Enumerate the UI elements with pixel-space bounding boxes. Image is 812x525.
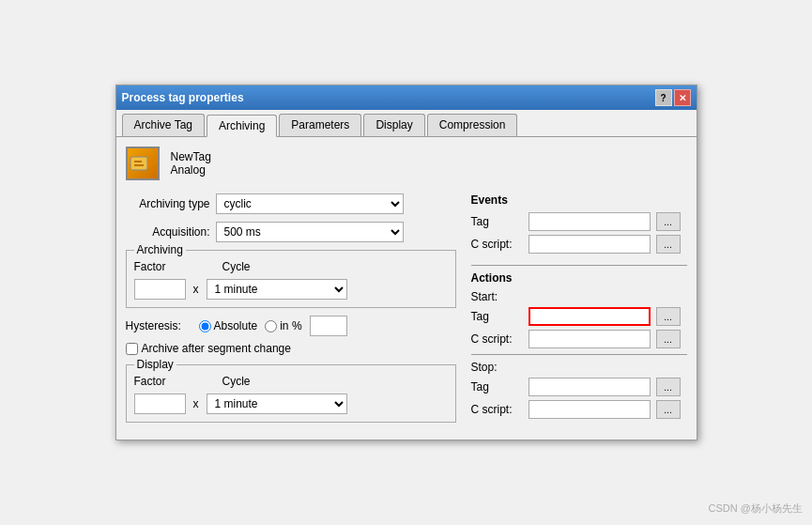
actions-start-tag-label: Tag bbox=[471, 310, 523, 323]
hysteresis-radio-group: Absolute in % 0 bbox=[199, 316, 347, 336]
tab-archive-tag[interactable]: Archive Tag bbox=[122, 114, 205, 136]
actions-start-tag-browse-btn[interactable]: ... bbox=[656, 307, 681, 326]
events-tag-input[interactable] bbox=[529, 212, 651, 231]
actions-stop-label: Stop: bbox=[471, 361, 687, 374]
events-section: Events Tag ... C script: ... bbox=[471, 193, 687, 254]
display-group-inner: Factor Cycle 1 x 1 second10 seconds30 se… bbox=[134, 375, 448, 414]
hysteresis-absolute-label: Absolute bbox=[214, 319, 258, 332]
svg-rect-1 bbox=[134, 161, 142, 162]
tag-info: NewTag Analog bbox=[171, 150, 211, 177]
main-content: Archiving type cyclicon changeon demand … bbox=[126, 193, 687, 430]
display-factor-cycle-labels: Factor Cycle bbox=[134, 375, 448, 390]
events-cscript-row: C script: ... bbox=[471, 235, 687, 254]
tab-archiving[interactable]: Archiving bbox=[207, 115, 277, 137]
archiving-factor-cycle-labels: Factor Cycle bbox=[134, 260, 448, 275]
events-cscript-label: C script: bbox=[471, 238, 523, 251]
display-cycle-label-wrap: Cycle bbox=[222, 375, 251, 390]
hysteresis-row: Hysteresis: Absolute in % 0 bbox=[126, 316, 456, 336]
tag-type: Analog bbox=[171, 163, 211, 177]
archiving-x-symbol: x bbox=[193, 283, 199, 296]
actions-section: Actions Start: Tag startarchive ... C sc… bbox=[471, 271, 687, 419]
process-tag-properties-window: Process tag properties ? ✕ Archive Tag A… bbox=[115, 85, 697, 440]
acquisition-row: Acquisition: 100 ms250 ms500 ms1 s5 s10 … bbox=[126, 222, 456, 242]
actions-stop-cscript-input[interactable] bbox=[529, 400, 651, 419]
actions-start-cscript-input[interactable] bbox=[529, 330, 651, 348]
tab-compression[interactable]: Compression bbox=[427, 114, 518, 136]
title-bar-buttons: ? ✕ bbox=[655, 89, 691, 106]
svg-rect-2 bbox=[134, 164, 144, 166]
watermark: CSDN @杨小杨先生 bbox=[709, 502, 803, 516]
window-title: Process tag properties bbox=[122, 91, 244, 104]
tab-content: NewTag Analog Archiving type cyclicon ch… bbox=[116, 137, 697, 440]
tag-name: NewTag bbox=[171, 150, 211, 163]
events-tag-row: Tag ... bbox=[471, 212, 687, 231]
display-factor-input[interactable]: 1 bbox=[134, 394, 186, 414]
acquisition-select[interactable]: 100 ms250 ms500 ms1 s5 s10 s bbox=[216, 222, 404, 242]
actions-start-cscript-label: C script: bbox=[471, 332, 523, 346]
events-title: Events bbox=[471, 193, 687, 207]
actions-stop-cscript-row: C script: ... bbox=[471, 400, 687, 419]
tag-icon bbox=[126, 147, 160, 180]
hysteresis-absolute-radio[interactable] bbox=[199, 320, 211, 332]
actions-start-label: Start: bbox=[471, 290, 687, 303]
archiving-factor-cycle-inputs: 1 x 1 second10 seconds30 seconds1 minute… bbox=[134, 279, 448, 300]
archiving-type-label: Archiving type bbox=[126, 197, 210, 210]
acquisition-label: Acquisition: bbox=[126, 225, 210, 239]
hysteresis-value-input[interactable]: 0 bbox=[310, 316, 347, 336]
archiving-group: Archiving Factor Cycle 1 x bbox=[126, 250, 456, 308]
actions-start-cscript-browse-btn[interactable]: ... bbox=[656, 330, 681, 348]
archiving-cycle-label: Cycle bbox=[222, 260, 251, 273]
divider-start-stop bbox=[471, 354, 687, 355]
display-cycle-select[interactable]: 1 second10 seconds30 seconds1 minute5 mi… bbox=[207, 394, 347, 414]
events-tag-label: Tag bbox=[471, 215, 523, 228]
actions-stop-cscript-browse-btn[interactable]: ... bbox=[656, 400, 681, 419]
display-group: Display Factor Cycle 1 x bbox=[126, 364, 456, 423]
actions-start-tag-input[interactable]: startarchive bbox=[529, 307, 651, 326]
display-factor-label-wrap: Factor bbox=[134, 375, 166, 390]
actions-stop-tag-row: Tag ... bbox=[471, 378, 687, 396]
archiving-cycle-label-wrap: Cycle bbox=[222, 260, 251, 275]
display-factor-label: Factor bbox=[134, 375, 166, 388]
display-x-symbol: x bbox=[193, 397, 199, 410]
tab-display[interactable]: Display bbox=[363, 114, 424, 136]
display-factor-cycle-inputs: 1 x 1 second10 seconds30 seconds1 minute… bbox=[134, 394, 448, 414]
tab-bar: Archive Tag Archiving Parameters Display… bbox=[116, 110, 697, 137]
hysteresis-absolute-radio-item: Absolute bbox=[199, 319, 258, 332]
archiving-group-title: Archiving bbox=[134, 243, 186, 256]
actions-stop-tag-input[interactable] bbox=[529, 378, 651, 396]
right-panel: Events Tag ... C script: ... Act bbox=[471, 193, 687, 430]
archiving-type-select[interactable]: cyclicon changeon demand bbox=[216, 193, 404, 214]
display-group-title: Display bbox=[134, 358, 176, 371]
archive-after-segment-checkbox[interactable] bbox=[126, 343, 138, 355]
hysteresis-label: Hysteresis: bbox=[126, 319, 192, 332]
events-tag-browse-btn[interactable]: ... bbox=[656, 212, 681, 231]
archive-after-segment-label: Archive after segment change bbox=[142, 342, 291, 355]
archive-after-segment-row: Archive after segment change bbox=[126, 342, 456, 355]
archiving-factor-label: Factor bbox=[134, 260, 166, 273]
archiving-factor-input[interactable]: 1 bbox=[134, 279, 186, 300]
close-button[interactable]: ✕ bbox=[674, 89, 691, 106]
actions-start-cscript-row: C script: ... bbox=[471, 330, 687, 348]
left-panel: Archiving type cyclicon changeon demand … bbox=[126, 193, 456, 430]
tag-header: NewTag Analog bbox=[126, 147, 687, 180]
actions-stop-tag-browse-btn[interactable]: ... bbox=[656, 378, 681, 396]
svg-marker-3 bbox=[147, 159, 155, 168]
archiving-type-row: Archiving type cyclicon changeon demand bbox=[126, 193, 456, 214]
archiving-cycle-select[interactable]: 1 second10 seconds30 seconds1 minute5 mi… bbox=[207, 279, 347, 300]
title-bar: Process tag properties ? ✕ bbox=[116, 85, 697, 110]
tab-parameters[interactable]: Parameters bbox=[279, 114, 361, 136]
events-cscript-browse-btn[interactable]: ... bbox=[656, 235, 681, 254]
hysteresis-percent-radio-item: in % bbox=[265, 319, 301, 332]
display-cycle-label: Cycle bbox=[222, 375, 251, 388]
archiving-factor-label-wrap: Factor bbox=[134, 260, 166, 275]
events-cscript-input[interactable] bbox=[529, 235, 651, 254]
actions-title: Actions bbox=[471, 271, 687, 285]
actions-start-tag-row: Tag startarchive ... bbox=[471, 307, 687, 326]
svg-rect-0 bbox=[130, 157, 147, 170]
archiving-group-inner: Factor Cycle 1 x 1 second10 seconds30 se… bbox=[134, 260, 448, 300]
help-button[interactable]: ? bbox=[655, 89, 672, 106]
actions-stop-tag-label: Tag bbox=[471, 380, 523, 394]
actions-stop-cscript-label: C script: bbox=[471, 403, 523, 416]
divider-events-actions bbox=[471, 265, 687, 266]
hysteresis-percent-radio[interactable] bbox=[265, 320, 277, 332]
